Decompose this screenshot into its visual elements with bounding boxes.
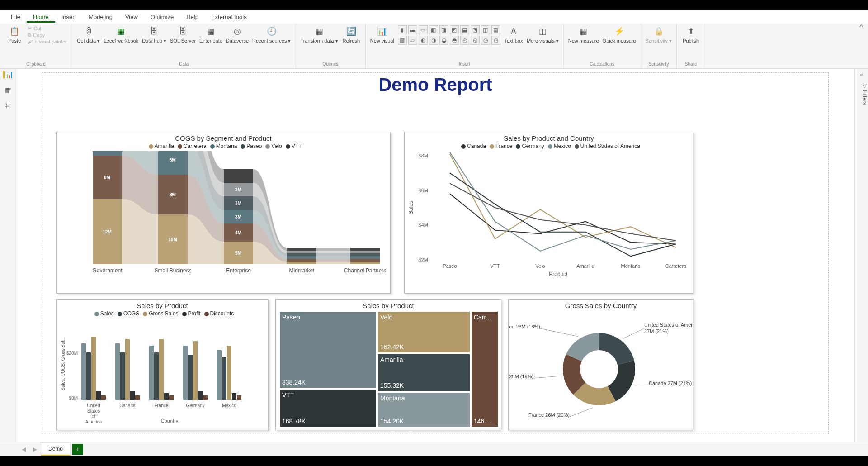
viz-type-icon[interactable]: ◫ xyxy=(481,25,490,34)
next-page-button[interactable]: ▶ xyxy=(29,446,41,452)
viz-type-icon[interactable]: ▬ xyxy=(408,25,417,34)
viz-type-icon[interactable]: ◨ xyxy=(439,25,448,34)
viz-gross-sales-country[interactable]: Gross Sales by Country United States of … xyxy=(508,299,693,430)
svg-text:Sales, COGS, Gross Sal...: Sales, COGS, Gross Sal... xyxy=(61,337,66,390)
svg-text:10M: 10M xyxy=(168,237,177,242)
viz-cogs-segment-product[interactable]: COGS by Segment and Product AmarillaCarr… xyxy=(56,132,391,294)
svg-text:155.32K: 155.32K xyxy=(380,382,404,389)
menu-view[interactable]: View xyxy=(119,11,144,23)
prev-page-button[interactable]: ◀ xyxy=(18,446,29,452)
get-data-button[interactable]: 🛢Get data ▾ xyxy=(77,25,100,44)
ribbon-collapse-button[interactable]: ^ xyxy=(854,24,868,68)
svg-text:12M: 12M xyxy=(103,229,111,234)
viz-sales-by-product-treemap[interactable]: Sales by Product Paseo338.24KVTT168.78KV… xyxy=(275,299,501,430)
viz-type-icon[interactable]: ▱ xyxy=(408,36,417,45)
svg-rect-19 xyxy=(224,169,253,183)
quick-measure-button[interactable]: ⚡Quick measure xyxy=(603,25,636,44)
new-visual-button[interactable]: 📊New visual xyxy=(370,25,394,44)
model-view-button[interactable]: ⿻ xyxy=(5,102,11,109)
cut-button[interactable]: ✂Cut xyxy=(28,25,67,31)
svg-rect-100 xyxy=(279,311,377,388)
svg-text:$8M: $8M xyxy=(419,153,428,158)
report-canvas[interactable]: Demo Report COGS by Segment and Product … xyxy=(16,69,854,442)
svg-rect-29 xyxy=(350,259,380,262)
svg-rect-32 xyxy=(350,251,380,253)
menu-help[interactable]: Help xyxy=(180,11,205,23)
dataverse-button[interactable]: ◎Dataverse xyxy=(226,25,249,44)
svg-rect-115 xyxy=(471,311,498,427)
more-visuals-button[interactable]: ◫More visuals ▾ xyxy=(527,25,559,44)
viz-sales-product-country[interactable]: Sales by Product and Country CanadaFranc… xyxy=(404,132,693,294)
paste-button[interactable]: 📋Paste xyxy=(5,25,24,44)
left-nav-rail: 📊 ▦ ⿻ xyxy=(0,69,16,442)
format-painter-button[interactable]: 🖌Format painter xyxy=(28,39,67,44)
viz-type-icon[interactable]: ▭ xyxy=(419,25,428,34)
report-title[interactable]: Demo Report xyxy=(42,75,828,95)
svg-text:Country: Country xyxy=(161,418,179,423)
menu-modeling[interactable]: Modeling xyxy=(82,11,119,23)
sql-server-button[interactable]: 🗄SQL Server xyxy=(170,25,196,44)
svg-rect-84 xyxy=(183,346,188,400)
svg-text:Carretera: Carretera xyxy=(665,263,687,269)
menu-file[interactable]: File xyxy=(5,11,27,23)
viz-type-icon[interactable]: ◑ xyxy=(429,36,438,45)
report-page[interactable]: Demo Report COGS by Segment and Product … xyxy=(42,72,829,434)
enter-data-button[interactable]: ▦Enter data xyxy=(199,25,222,44)
menu-external-tools[interactable]: External tools xyxy=(205,11,253,23)
svg-line-123 xyxy=(570,408,593,417)
copy-button[interactable]: ⧉Copy xyxy=(28,32,67,38)
viz-type-icon[interactable]: ▥ xyxy=(398,36,407,45)
group-label-clipboard: Clipboard xyxy=(26,61,46,67)
svg-text:8M: 8M xyxy=(104,175,110,180)
viz-legend: SalesCOGSGross SalesProfitDiscounts xyxy=(57,310,268,319)
data-hub-button[interactable]: 🗄Data hub ▾ xyxy=(142,25,166,44)
text-box-button[interactable]: AText box xyxy=(504,25,523,44)
recent-sources-button[interactable]: 🕘Recent sources ▾ xyxy=(252,25,291,44)
svg-text:Paseo: Paseo xyxy=(443,263,457,269)
new-measure-button[interactable]: ▦New measure xyxy=(568,25,599,44)
menu-optimize[interactable]: Optimize xyxy=(144,11,180,23)
viz-type-icon[interactable]: ◒ xyxy=(439,36,448,45)
viz-type-icon[interactable]: ▤ xyxy=(491,25,500,34)
svg-text:Paseo: Paseo xyxy=(282,314,300,321)
data-view-button[interactable]: ▦ xyxy=(5,86,11,94)
page-tab[interactable]: Demo xyxy=(41,442,71,456)
svg-text:Midmarket: Midmarket xyxy=(289,267,315,274)
svg-rect-66 xyxy=(96,391,101,400)
viz-type-icon[interactable]: ◩ xyxy=(450,25,459,34)
svg-rect-88 xyxy=(203,395,208,400)
report-view-button[interactable]: 📊 xyxy=(3,71,13,78)
viz-type-icon[interactable]: ◵ xyxy=(471,36,480,45)
menu-home[interactable]: Home xyxy=(27,11,55,23)
group-label-insert: Insert xyxy=(459,61,470,67)
viz-type-icon[interactable]: ◐ xyxy=(419,36,428,45)
svg-rect-82 xyxy=(169,395,174,400)
collapse-pane-button[interactable]: « xyxy=(855,69,868,78)
filters-pane-label[interactable]: ▽ Filters xyxy=(855,82,868,105)
svg-line-127 xyxy=(540,328,578,337)
excel-workbook-button[interactable]: ▦Excel workbook xyxy=(104,25,138,44)
right-rail: « ▽ Filters xyxy=(854,69,868,442)
viz-type-icon[interactable]: ▮ xyxy=(398,25,407,34)
menu-bar: FileHomeInsertModelingViewOptimizeHelpEx… xyxy=(0,10,868,24)
svg-rect-21 xyxy=(287,262,316,264)
menu-insert[interactable]: Insert xyxy=(55,11,83,23)
viz-type-icon[interactable]: ◷ xyxy=(491,36,500,45)
svg-rect-31 xyxy=(350,253,380,256)
publish-button[interactable]: ⬆Publish xyxy=(681,25,700,44)
viz-title: Sales by Product and Country xyxy=(405,132,693,143)
filter-icon: ▽ xyxy=(862,82,868,89)
viz-type-icon[interactable]: ◓ xyxy=(450,36,459,45)
viz-gallery[interactable]: ▮▬▭◧◨◩⬓⬔◫▤▥▱◐◑◒◓◴◵◶◷ xyxy=(398,25,500,45)
sensitivity-button[interactable]: 🔒Sensitivity ▾ xyxy=(646,25,672,44)
viz-type-icon[interactable]: ⬓ xyxy=(460,25,469,34)
svg-rect-73 xyxy=(120,352,125,400)
add-page-button[interactable]: + xyxy=(72,444,83,455)
viz-type-icon[interactable]: ⬔ xyxy=(471,25,480,34)
viz-sales-by-product-bar[interactable]: Sales by Product SalesCOGSGross SalesPro… xyxy=(56,299,269,430)
refresh-button[interactable]: 🔄Refresh xyxy=(342,25,361,44)
viz-type-icon[interactable]: ◶ xyxy=(481,36,490,45)
viz-type-icon[interactable]: ◴ xyxy=(460,36,469,45)
viz-type-icon[interactable]: ◧ xyxy=(429,25,438,34)
transform-data-button[interactable]: ▦Transform data ▾ xyxy=(301,25,338,44)
